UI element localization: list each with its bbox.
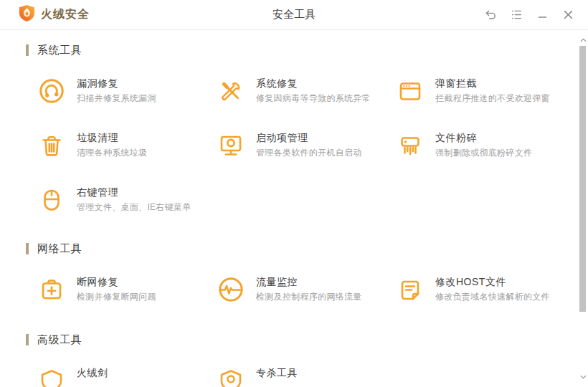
vulnerability-fix-icon xyxy=(37,77,66,105)
section-system-tools: 系统工具 漏洞修复 扫描并修复系统漏洞 系统修复 修复因病毒等导致的系统异常 弹… xyxy=(0,43,578,219)
tool-title: 垃圾清理 xyxy=(77,130,147,145)
minimize-icon[interactable] xyxy=(529,0,555,30)
section-accent-bar xyxy=(26,334,29,345)
section-network-tools: 网络工具 断网修复 检测并修复断网问题 流量监控 检测及控制程序的网络流量 修改… xyxy=(0,242,578,308)
huorong-sword-icon xyxy=(37,366,66,387)
tool-host-file-editor[interactable]: 修改HOST文件 修改负责域名快速解析的文件 xyxy=(396,274,575,308)
tool-system-repair[interactable]: 系统修复 修复因病毒等导致的系统异常 xyxy=(217,75,396,110)
tool-title: 启动项管理 xyxy=(256,130,362,145)
tool-text: 右键管理 管理文件、桌面、IE右键菜单 xyxy=(77,184,191,214)
tool-text: 垃圾清理 清理各种系统垃圾 xyxy=(77,130,147,159)
tool-description: 管理文件、桌面、IE右键菜单 xyxy=(77,201,191,214)
tool-title: 流量监控 xyxy=(256,274,362,289)
tool-text: 启动项管理 管理各类软件的开机自启动 xyxy=(256,130,362,159)
tools-content: 系统工具 漏洞修复 扫描并修复系统漏洞 系统修复 修复因病毒等导致的系统异常 弹… xyxy=(0,43,578,387)
tool-popup-blocker[interactable]: 弹窗拦截 拦截程序推送的不受欢迎弹窗 xyxy=(396,75,575,110)
section-header: 高级工具 xyxy=(26,333,578,347)
tool-text: 系统修复 修复因病毒等导致的系统异常 xyxy=(256,75,371,105)
file-shredder-icon xyxy=(396,131,425,160)
scrollbar-thumb[interactable] xyxy=(579,46,586,312)
titlebar: 火绒安全 安全工具 xyxy=(0,0,588,30)
tool-text: 修改HOST文件 修改负责域名快速解析的文件 xyxy=(435,274,550,303)
tool-title: 专杀工具 xyxy=(256,366,298,380)
tool-title: 系统修复 xyxy=(256,76,371,90)
context-menu-manager-icon xyxy=(37,186,66,214)
tool-title: 漏洞修复 xyxy=(77,76,156,90)
app-name: 火绒安全 xyxy=(41,7,90,22)
tool-context-menu-manager[interactable]: 右键管理 管理文件、桌面、IE右键菜单 xyxy=(37,184,217,219)
tool-description: 管理各类软件的开机自启动 xyxy=(256,147,362,159)
system-repair-icon xyxy=(217,77,245,105)
tool-description: 检测并修复断网问题 xyxy=(77,291,156,303)
junk-clean-icon xyxy=(37,131,66,160)
section-accent-bar xyxy=(26,44,29,56)
tool-description: 修复因病毒等导致的系统异常 xyxy=(256,92,371,105)
section-accent-bar xyxy=(26,243,29,254)
section-advanced-tools: 高级工具 火绒剑 专杀工具 xyxy=(0,333,578,387)
tool-vulnerability-fix[interactable]: 漏洞修复 扫描并修复系统漏洞 xyxy=(37,75,217,110)
traffic-monitor-icon xyxy=(217,275,245,304)
tool-junk-clean[interactable]: 垃圾清理 清理各种系统垃圾 xyxy=(37,130,217,164)
tool-description: 强制删除或彻底粉碎文件 xyxy=(435,147,532,159)
tool-text: 弹窗拦截 拦截程序推送的不受欢迎弹窗 xyxy=(435,75,550,105)
tool-description: 拦截程序推送的不受欢迎弹窗 xyxy=(435,92,550,105)
scrollbar[interactable] xyxy=(578,30,588,387)
tool-description: 修改负责域名快速解析的文件 xyxy=(435,291,550,303)
tool-title: 文件粉碎 xyxy=(435,130,532,145)
network-repair-icon xyxy=(37,275,66,304)
tool-special-killer[interactable]: 专杀工具 xyxy=(217,365,396,387)
close-icon[interactable] xyxy=(555,0,581,30)
tool-title: 火绒剑 xyxy=(77,366,108,380)
tools-grid: 火绒剑 专杀工具 xyxy=(0,365,578,387)
section-title: 系统工具 xyxy=(37,44,82,57)
section-title: 网络工具 xyxy=(37,242,82,256)
section-header: 系统工具 xyxy=(26,43,578,57)
window-controls xyxy=(478,0,588,30)
tool-text: 火绒剑 xyxy=(77,365,108,382)
scroll-up-icon[interactable] xyxy=(579,36,587,44)
section-title: 高级工具 xyxy=(37,333,82,347)
scroll-down-icon[interactable] xyxy=(579,373,587,381)
tool-title: 修改HOST文件 xyxy=(435,274,550,289)
tool-network-repair[interactable]: 断网修复 检测并修复断网问题 xyxy=(37,274,217,308)
tool-text: 文件粉碎 强制删除或彻底粉碎文件 xyxy=(435,130,532,159)
tool-startup-manager[interactable]: 启动项管理 管理各类软件的开机自启动 xyxy=(217,130,396,164)
tools-grid: 漏洞修复 扫描并修复系统漏洞 系统修复 修复因病毒等导致的系统异常 弹窗拦截 拦… xyxy=(0,75,578,219)
special-killer-icon xyxy=(217,366,245,387)
tool-text: 流量监控 检测及控制程序的网络流量 xyxy=(256,274,362,303)
tool-description: 检测及控制程序的网络流量 xyxy=(256,291,362,303)
tool-description: 扫描并修复系统漏洞 xyxy=(77,92,156,105)
tool-file-shredder[interactable]: 文件粉碎 强制删除或彻底粉碎文件 xyxy=(396,130,575,164)
app-window: 火绒安全 安全工具 xyxy=(0,0,588,387)
tool-description: 清理各种系统垃圾 xyxy=(77,147,147,159)
tool-huorong-sword[interactable]: 火绒剑 xyxy=(37,365,217,387)
tool-title: 右键管理 xyxy=(77,185,191,199)
tool-text: 漏洞修复 扫描并修复系统漏洞 xyxy=(77,75,156,105)
tool-text: 专杀工具 xyxy=(256,365,298,382)
tool-traffic-monitor[interactable]: 流量监控 检测及控制程序的网络流量 xyxy=(217,274,396,308)
section-header: 网络工具 xyxy=(26,242,578,256)
app-logo: 火绒安全 xyxy=(19,4,90,25)
tool-text: 断网修复 检测并修复断网问题 xyxy=(77,274,156,303)
startup-manager-icon xyxy=(217,131,245,160)
menu-list-icon[interactable] xyxy=(503,0,529,30)
tool-title: 弹窗拦截 xyxy=(435,76,550,90)
tool-title: 断网修复 xyxy=(77,274,156,289)
huorong-logo-icon xyxy=(19,4,35,25)
popup-blocker-icon xyxy=(396,77,425,105)
tools-grid: 断网修复 检测并修复断网问题 流量监控 检测及控制程序的网络流量 修改HOST文… xyxy=(0,274,578,308)
undo-icon[interactable] xyxy=(478,0,503,30)
host-file-editor-icon xyxy=(396,275,425,304)
